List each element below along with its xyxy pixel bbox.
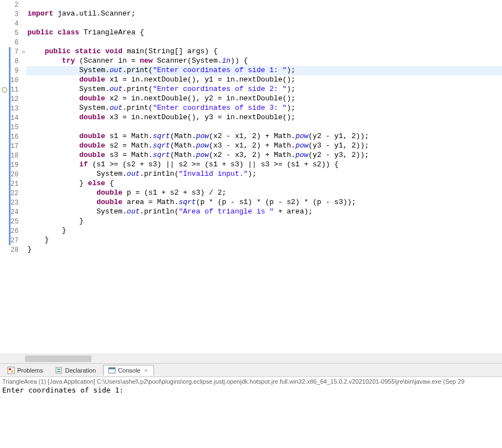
- tab-console[interactable]: Console ×: [103, 365, 154, 376]
- console-output: Enter coordinates of side 1:: [2, 385, 500, 395]
- declaration-icon: [55, 366, 63, 374]
- gutter-row[interactable]: 25: [0, 217, 26, 226]
- line-number: 13: [11, 105, 21, 113]
- gutter-row[interactable]: 9: [0, 66, 26, 75]
- line-number: 5: [11, 29, 21, 37]
- code-line[interactable]: System.out.print("Enter coordinates of s…: [26, 85, 502, 94]
- line-number: 11: [11, 86, 21, 94]
- tab-problems[interactable]: Problems: [2, 365, 48, 376]
- gutter-row[interactable]: 10: [0, 75, 26, 85]
- code-line[interactable]: }: [26, 226, 502, 236]
- code-line[interactable]: double x2 = in.nextDouble(), y2 = in.nex…: [26, 94, 502, 104]
- console-body[interactable]: TriangleArea (1) [Java Application] C:\U…: [0, 377, 502, 396]
- code-line[interactable]: try (Scanner in = new Scanner(System.in)…: [26, 57, 502, 66]
- code-line[interactable]: }: [26, 217, 502, 226]
- line-number: 28: [11, 246, 21, 254]
- gutter-row[interactable]: 4: [0, 19, 26, 28]
- gutter[interactable]: 234567⊖891011121314151617181920212223242…: [0, 0, 26, 354]
- code-line[interactable]: double p = (s1 + s2 + s3) / 2;: [26, 189, 502, 198]
- code-line[interactable]: double s1 = Math.sqrt(Math.pow(x2 - x1, …: [26, 132, 502, 141]
- code-line[interactable]: System.out.print("Enter coordinates of s…: [26, 104, 502, 113]
- code-area[interactable]: 234567⊖891011121314151617181920212223242…: [0, 0, 502, 354]
- line-number: 12: [11, 95, 21, 103]
- line-number: 19: [11, 161, 21, 169]
- console-description: TriangleArea (1) [Java Application] C:\U…: [2, 378, 500, 385]
- code-line[interactable]: [26, 38, 502, 47]
- code-line[interactable]: System.out.println("Area of triangle is …: [26, 207, 502, 217]
- line-number: 9: [11, 67, 21, 75]
- line-number: 26: [11, 227, 21, 235]
- horizontal-scrollbar[interactable]: [0, 354, 502, 363]
- svg-rect-5: [57, 371, 60, 372]
- svg-rect-4: [57, 369, 60, 370]
- line-number: 3: [11, 11, 21, 18]
- gutter-row[interactable]: 22: [0, 189, 26, 198]
- code-line[interactable]: }: [26, 245, 502, 254]
- close-icon[interactable]: ×: [142, 367, 149, 374]
- tab-declaration[interactable]: Declaration: [50, 365, 101, 376]
- line-number: 22: [11, 190, 21, 197]
- gutter-row[interactable]: 18: [0, 151, 26, 160]
- tab-label: Console: [118, 367, 140, 374]
- gutter-row[interactable]: 7⊖: [0, 47, 26, 57]
- gutter-row[interactable]: 19: [0, 160, 26, 170]
- code-line[interactable]: [26, 123, 502, 132]
- code-line[interactable]: [26, 0, 502, 9]
- line-number: 15: [11, 124, 21, 131]
- line-number: 20: [11, 171, 21, 179]
- code-line[interactable]: System.out.print("Enter coordinates of s…: [26, 66, 502, 75]
- gutter-row[interactable]: 12: [0, 94, 26, 104]
- line-number: 17: [11, 142, 21, 150]
- gutter-row[interactable]: 20: [0, 170, 26, 179]
- line-number: 25: [11, 218, 21, 226]
- code-line[interactable]: double area = Math.sqrt(p * (p - s1) * (…: [26, 198, 502, 207]
- marker-icon: [2, 87, 7, 93]
- code-line[interactable]: [26, 19, 502, 28]
- line-number: 14: [11, 114, 21, 122]
- gutter-row[interactable]: 24: [0, 207, 26, 217]
- line-number: 27: [11, 237, 21, 245]
- gutter-row[interactable]: 15: [0, 123, 26, 132]
- gutter-row[interactable]: 17: [0, 141, 26, 151]
- gutter-row[interactable]: 26: [0, 226, 26, 236]
- console-icon: [108, 366, 116, 374]
- line-number: 6: [11, 39, 21, 47]
- gutter-row[interactable]: 6: [0, 38, 26, 47]
- tab-label: Problems: [17, 367, 43, 374]
- gutter-row[interactable]: 5: [0, 28, 26, 38]
- code-line[interactable]: double x1 = in.nextDouble(), y1 = in.nex…: [26, 75, 502, 85]
- line-number: 7: [11, 48, 21, 56]
- svg-rect-0: [8, 367, 14, 374]
- code-line[interactable]: double s3 = Math.sqrt(Math.pow(x2 - x3, …: [26, 151, 502, 160]
- tab-label: Declaration: [65, 367, 96, 374]
- scrollbar-thumb[interactable]: [25, 355, 91, 362]
- code-line[interactable]: public static void main(String[] args) {: [26, 47, 502, 57]
- code-line[interactable]: System.out.println("Invalid input.");: [26, 170, 502, 179]
- panel-tabs: Problems Declaration Console ×: [0, 364, 502, 377]
- line-number: 16: [11, 133, 21, 141]
- gutter-row[interactable]: 13: [0, 104, 26, 113]
- svg-rect-3: [56, 368, 62, 373]
- code-lines[interactable]: import java.util.Scanner;public class Tr…: [26, 0, 502, 354]
- code-line[interactable]: }: [26, 236, 502, 245]
- line-number: 2: [11, 1, 21, 9]
- gutter-row[interactable]: 11: [0, 85, 26, 94]
- code-line[interactable]: double x3 = in.nextDouble(), y3 = in.nex…: [26, 113, 502, 123]
- code-line[interactable]: } else {: [26, 179, 502, 189]
- gutter-row[interactable]: 23: [0, 198, 26, 207]
- gutter-row[interactable]: 16: [0, 132, 26, 141]
- problems-icon: [7, 366, 15, 374]
- gutter-row[interactable]: 8: [0, 57, 26, 66]
- code-line[interactable]: import java.util.Scanner;: [26, 9, 502, 19]
- fold-column[interactable]: ⊖: [21, 49, 26, 55]
- gutter-row[interactable]: 2: [0, 0, 26, 9]
- gutter-row[interactable]: 3: [0, 9, 26, 19]
- gutter-row[interactable]: 21: [0, 179, 26, 189]
- gutter-row[interactable]: 27: [0, 236, 26, 245]
- code-line[interactable]: double s2 = Math.sqrt(Math.pow(x3 - x1, …: [26, 141, 502, 151]
- code-line[interactable]: public class TriangleArea {: [26, 28, 502, 38]
- gutter-row[interactable]: 28: [0, 245, 26, 254]
- gutter-row[interactable]: 14: [0, 113, 26, 123]
- code-line[interactable]: if (s1 >= (s2 + s3) || s2 >= (s1 + s3) |…: [26, 160, 502, 170]
- editor-pane: 234567⊖891011121314151617181920212223242…: [0, 0, 502, 363]
